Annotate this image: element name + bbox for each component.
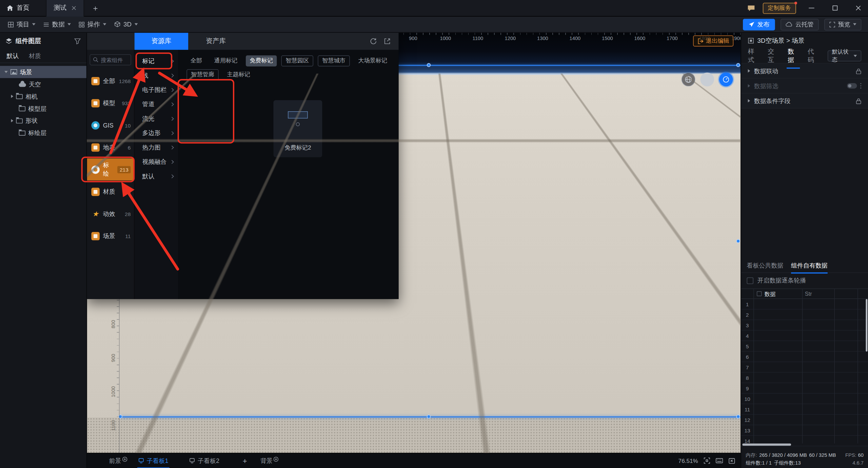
project-tab[interactable]: 测试 — [46, 0, 84, 16]
tab-code[interactable]: 代码 — [808, 47, 819, 64]
category-item[interactable]: 模型 932 — [87, 92, 134, 114]
selection-handle-bottom-right[interactable] — [736, 415, 740, 418]
close-button[interactable] — [850, 0, 866, 16]
exit-edit-button[interactable]: 退出编辑 — [693, 35, 733, 46]
subcategory-item[interactable]: 标记 — [135, 54, 178, 68]
tree-item-sky[interactable]: 天空 — [0, 78, 86, 90]
preview-button[interactable]: 预览 — [824, 19, 861, 30]
menu-project[interactable]: 项目 — [8, 20, 36, 28]
table-row[interactable]: 12 — [741, 415, 868, 425]
table-row[interactable]: 1 — [741, 299, 868, 310]
add-board-button[interactable]: + — [243, 456, 247, 465]
tab-board-public-data[interactable]: 看板公共数据 — [747, 261, 783, 270]
add-circle-icon[interactable] — [122, 456, 127, 462]
section-data-linkage[interactable]: 数据联动 — [741, 64, 868, 79]
section-data-filter[interactable]: 数据筛选 — [741, 79, 868, 94]
open-external-icon[interactable] — [383, 38, 391, 45]
subcategory-item[interactable]: 电子围栏 — [135, 82, 178, 97]
maximize-button[interactable] — [827, 0, 843, 16]
table-row[interactable]: 13 — [741, 425, 868, 436]
state-select[interactable]: 默认状态 — [828, 50, 862, 61]
tab-component-own-data[interactable]: 组件自有数据 — [791, 261, 828, 270]
tab-resource-library[interactable]: 资源库 — [135, 33, 188, 50]
publish-button[interactable]: 发布 — [743, 19, 775, 30]
subcategory-item[interactable]: 视频融合 — [135, 155, 178, 169]
caret-right-icon[interactable] — [11, 95, 14, 98]
table-row[interactable]: 9 — [741, 383, 868, 394]
subcategory-item[interactable]: 默认 — [135, 169, 178, 183]
tab-default[interactable]: 默认 — [7, 52, 19, 60]
filter-chip[interactable]: 大场景标记 — [354, 55, 391, 66]
tab-interaction[interactable]: 交互 — [768, 47, 779, 64]
foreground-layer-button[interactable]: 前景 — [109, 456, 127, 465]
selection-handle-top-center[interactable] — [427, 63, 431, 67]
table-row[interactable]: 10 — [741, 394, 868, 404]
tree-item-scene[interactable]: 场景 — [0, 66, 86, 78]
selection-handle-mid-right[interactable] — [736, 239, 740, 243]
subcategory-item[interactable]: 流光 — [135, 111, 178, 125]
table-row[interactable]: 2 — [741, 310, 868, 320]
select-all-checkbox[interactable] — [757, 291, 762, 296]
tree-item-shape[interactable]: 形状 — [0, 115, 86, 127]
filter-chip[interactable]: 通用标记 — [210, 55, 241, 66]
filter-chip[interactable]: 主题标记 — [223, 69, 254, 80]
carousel-option[interactable]: 开启数据逐条轮播 — [747, 276, 806, 285]
flat-view-button[interactable] — [700, 73, 714, 86]
table-row[interactable]: 11 — [741, 404, 868, 415]
gauge-view-button[interactable] — [719, 73, 733, 86]
menu-3d[interactable]: 3D — [114, 21, 138, 28]
menu-operate[interactable]: 操作 — [79, 20, 106, 28]
category-item[interactable]: 全部 1268 — [87, 70, 134, 92]
selection-handle-bottom-center[interactable] — [427, 415, 431, 418]
keyboard-icon[interactable] — [716, 458, 723, 463]
data-table[interactable]: 数据 Str 1 2 3 4 5 6 — [741, 289, 868, 446]
search-box[interactable] — [90, 54, 131, 65]
horizontal-scrollbar[interactable] — [742, 444, 791, 446]
search-input[interactable] — [101, 57, 130, 63]
collapse-panel-icon[interactable] — [729, 457, 735, 464]
subcategory-item[interactable]: 线 — [135, 68, 178, 82]
checkbox-icon[interactable] — [747, 277, 753, 284]
filter-chip[interactable]: 智慧园区 — [281, 55, 313, 66]
category-item[interactable]: 标绘 213 — [87, 158, 134, 180]
add-circle-icon[interactable] — [274, 456, 279, 462]
table-row[interactable]: 5 — [741, 341, 868, 352]
table-row[interactable]: 7 — [741, 362, 868, 373]
minimize-button[interactable] — [804, 0, 820, 16]
vertical-scrollbar[interactable] — [866, 299, 867, 352]
filter-chip[interactable]: 免费标记 — [246, 55, 277, 66]
tree-item-model-layer[interactable]: 模型层 — [0, 102, 86, 115]
subboard1-tab[interactable]: 子看板1 — [137, 453, 170, 468]
caret-right-icon[interactable] — [11, 119, 14, 122]
zoom-level[interactable]: 76.51% — [678, 457, 698, 464]
table-row[interactable]: 8 — [741, 373, 868, 383]
table-row[interactable]: 6 — [741, 352, 868, 362]
menu-data[interactable]: 数据 — [43, 20, 71, 28]
tab-close-icon[interactable] — [72, 5, 77, 11]
free-marker-card[interactable]: 免费标记2 — [274, 100, 322, 157]
cloud-host-button[interactable]: 云托管 — [781, 19, 819, 30]
subcategory-item[interactable]: 热力图 — [135, 140, 178, 154]
category-item[interactable]: 材质 8 — [87, 180, 134, 202]
subboard2-tab[interactable]: 子看板2 — [188, 453, 220, 468]
category-item[interactable]: 动效 28 — [87, 203, 134, 225]
caret-down-icon[interactable] — [4, 71, 8, 73]
category-item[interactable]: 地表 6 — [87, 136, 134, 158]
service-badge[interactable]: 定制服务 — [763, 2, 796, 14]
tab-data[interactable]: 数据 — [788, 47, 799, 64]
category-item[interactable]: 场景 11 — [87, 225, 134, 247]
subcategory-item[interactable]: 管道 — [135, 97, 178, 111]
tab-asset-library[interactable]: 资产库 — [188, 37, 243, 46]
filter-chip[interactable]: 智慧城市 — [318, 55, 350, 66]
filter-chip[interactable]: 全部 — [186, 55, 206, 66]
category-item[interactable]: GIS 10 — [87, 114, 134, 136]
more-options-icon[interactable] — [860, 85, 861, 86]
refresh-icon[interactable] — [370, 38, 377, 45]
tab-material[interactable]: 材质 — [29, 52, 41, 60]
globe-view-button[interactable] — [682, 73, 695, 86]
tree-item-plot-layer[interactable]: 标绘层 — [0, 127, 86, 139]
tab-style[interactable]: 样式 — [748, 47, 759, 64]
subcategory-item[interactable]: 多边形 — [135, 126, 178, 140]
chat-icon[interactable] — [747, 5, 755, 12]
table-row[interactable]: 4 — [741, 331, 868, 341]
